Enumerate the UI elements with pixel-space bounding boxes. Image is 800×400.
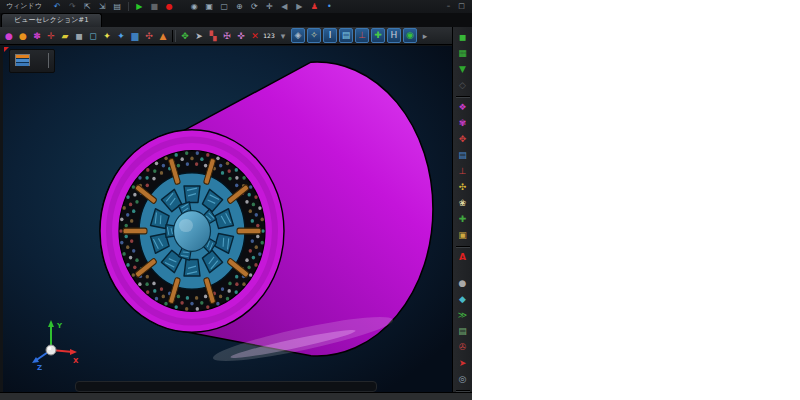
separator (456, 96, 470, 98)
panel-blue-icon[interactable]: ▆ (128, 28, 142, 44)
axes-rgb-icon[interactable]: ✚ (455, 212, 471, 227)
view-disabled-icon[interactable]: ◇ (455, 78, 471, 93)
winding-speckle (200, 301, 203, 305)
comb-tool-icon[interactable]: ✣ (455, 180, 471, 195)
tab-view-selection[interactable]: ビューセレクション#1 (1, 13, 102, 27)
fan-tool-icon[interactable]: ❀ (455, 196, 471, 211)
view-down-icon[interactable]: ▼ (455, 62, 471, 77)
minimize-button[interactable]: – (442, 1, 455, 12)
axis-z-label: Z (37, 364, 42, 372)
zoom-icon[interactable]: ⊕ (232, 1, 247, 12)
winding-speckle (256, 224, 259, 228)
move-pink-icon[interactable]: ✜ (234, 28, 248, 44)
cluster-tool-icon[interactable]: ✾ (455, 116, 471, 131)
winding-speckle (245, 258, 248, 262)
wedge-orange-icon[interactable]: ▲ (156, 28, 170, 44)
layers-blue-icon[interactable]: ▤ (455, 148, 471, 163)
flower-pink-icon[interactable]: ✽ (30, 28, 44, 44)
winding-speckle (126, 195, 129, 199)
cube-wire-icon[interactable]: ◻ (86, 28, 100, 44)
box-measure-icon[interactable]: ▣ (455, 228, 471, 243)
axis-marker-icon[interactable]: ⊥ (455, 164, 471, 179)
save-icon[interactable]: ▤ (110, 1, 125, 12)
winding-speckle (242, 282, 245, 286)
frame-tool-icon[interactable]: Η (387, 28, 401, 43)
camera-icon[interactable]: ◉ (187, 1, 202, 12)
overflow-dropdown-icon[interactable]: ▸ (418, 28, 432, 44)
clip-tool-icon[interactable]: ✇ (455, 340, 471, 355)
arrows-green-icon[interactable]: ≫ (455, 308, 471, 323)
separator (128, 2, 129, 11)
winding-speckle (185, 151, 188, 155)
numeric-123-icon[interactable]: 123 (262, 28, 276, 44)
triad-tool-icon[interactable]: ✥ (455, 132, 471, 147)
cube-gray-icon[interactable]: ◼ (72, 28, 86, 44)
key-tool-icon[interactable]: ✧ (307, 28, 321, 43)
probe-red-icon[interactable]: ✛ (44, 28, 58, 44)
winding-speckle (228, 177, 231, 181)
winding-speckle (129, 203, 132, 207)
import-icon[interactable]: ⇱ (80, 1, 95, 12)
viewport-3d[interactable]: ∧∧ Y X Z (3, 46, 452, 392)
prism-icon[interactable]: ◆ (455, 292, 471, 307)
pointer-dot-icon[interactable]: • (322, 1, 337, 12)
snap-tool-icon[interactable]: ✚ (371, 28, 385, 43)
winding-speckle (177, 164, 180, 168)
delete-x-icon[interactable]: ✕ (248, 28, 262, 44)
view-prev-icon[interactable]: ◀ (277, 1, 292, 12)
winding-speckle (196, 307, 199, 311)
rocket-icon[interactable]: ➤ (192, 28, 206, 44)
panels-red-blue-icon[interactable]: ▚ (206, 28, 220, 44)
winding-speckle (120, 217, 123, 221)
winding-speckle (228, 169, 231, 173)
sphere-green-icon[interactable]: ◉ (403, 28, 417, 43)
dropdown-icon[interactable]: ▾ (276, 28, 290, 44)
undo-icon[interactable]: ↶ (50, 1, 65, 12)
shaft-bore (174, 211, 211, 252)
orbit-icon[interactable]: ⟳ (247, 1, 262, 12)
clamp-tool-icon[interactable]: ◈ (291, 28, 305, 43)
axis-origin-sphere (46, 345, 56, 355)
sphere-gray-icon[interactable]: ● (455, 276, 471, 291)
winding-speckle (190, 157, 193, 161)
globe-icon[interactable]: ◎ (455, 372, 471, 387)
winding-speckle (133, 265, 136, 269)
walk-avatar-icon[interactable]: ♟ (307, 1, 322, 12)
maximize-button[interactable]: □ (455, 1, 468, 12)
pan-icon[interactable]: ✛ (262, 1, 277, 12)
winding-speckle (235, 290, 238, 294)
plane-yellow-icon[interactable]: ▰ (58, 28, 72, 44)
sphere-pink-icon[interactable]: ● (2, 28, 16, 44)
right-tool-column: ◼▦▼◇❖✾✥▤⊥✣❀✚▣A●◆≫▤✇➤◎ (452, 27, 472, 392)
capture-icon[interactable]: ▣ (202, 1, 217, 12)
stop-icon[interactable]: ■ (147, 1, 162, 12)
section-tool-icon[interactable]: ❖ (455, 100, 471, 115)
point-blue-icon[interactable]: ✦ (114, 28, 128, 44)
sphere-orange-icon[interactable]: ● (16, 28, 30, 44)
menu-window[interactable]: ウィンドウ (0, 0, 48, 13)
winding-speckle (138, 176, 141, 180)
winding-speckle (135, 258, 138, 262)
transform-green-icon[interactable]: ✥ (178, 28, 192, 44)
winding-speckle (255, 245, 258, 249)
export-icon[interactable]: ⇲ (95, 1, 110, 12)
ibeam-tool-icon[interactable]: I (323, 28, 337, 43)
layers-tool-icon[interactable]: ▤ (339, 28, 353, 43)
align-pink-icon[interactable]: ✠ (220, 28, 234, 44)
record-icon[interactable]: ● (162, 1, 177, 12)
winding-speckle (120, 241, 123, 245)
timeline-collapsed-bar[interactable]: ∧∧ (75, 381, 377, 392)
stack-green-icon[interactable]: ▤ (455, 324, 471, 339)
view-grid-icon[interactable]: ▦ (455, 46, 471, 61)
axis-tool-icon[interactable]: ⊥ (355, 28, 369, 43)
wing-red-icon[interactable]: ➤ (455, 356, 471, 371)
redo-icon[interactable]: ↷ (65, 1, 80, 12)
play-icon[interactable]: ▶ (132, 1, 147, 12)
view-next-icon[interactable]: ▶ (292, 1, 307, 12)
model-tree-panel[interactable] (9, 49, 55, 73)
point-yellow-icon[interactable]: ✦ (100, 28, 114, 44)
display-icon[interactable]: ▢ (217, 1, 232, 12)
annotation-icon[interactable]: A (455, 250, 471, 265)
view-cube-icon[interactable]: ◼ (455, 30, 471, 45)
caliper-red-icon[interactable]: ✣ (142, 28, 156, 44)
